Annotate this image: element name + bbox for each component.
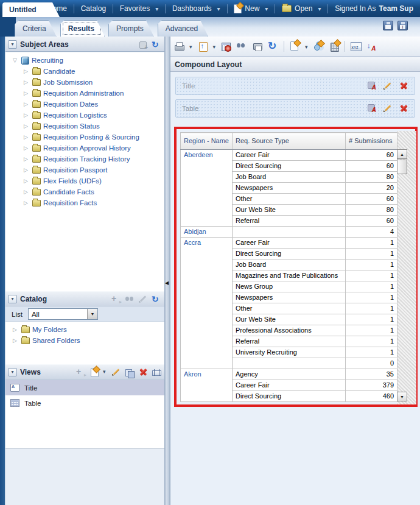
scroll-down-icon[interactable]	[397, 392, 407, 401]
format-container-icon[interactable]	[367, 81, 377, 91]
dropdown-arrow-icon[interactable]	[87, 309, 97, 319]
expand-icon[interactable]	[24, 178, 30, 184]
import-formatting-icon[interactable]	[366, 41, 377, 52]
subject-area-folder-requisition-posting-sourcing[interactable]: Requisition Posting & Sourcing	[5, 132, 165, 143]
catalog-folder-my-folders[interactable]: My Folders	[5, 324, 165, 335]
signed-in-user[interactable]: Team Sup	[379, 4, 413, 13]
new-view-dropdown-icon[interactable]	[103, 367, 108, 377]
expand-icon[interactable]	[13, 337, 19, 344]
add-subject-area-icon[interactable]	[138, 40, 148, 49]
column-header-region-name[interactable]: Region - Name	[181, 133, 233, 150]
tab-prompts[interactable]: Prompts	[108, 20, 154, 37]
format-container-icon[interactable]	[367, 104, 377, 113]
nav-open-menu[interactable]: Open	[275, 4, 327, 13]
print-icon[interactable]	[173, 41, 184, 52]
table-view-bar[interactable]: Table	[175, 99, 415, 118]
expand-icon[interactable]	[24, 101, 30, 107]
sidebar-splitter[interactable]	[164, 37, 170, 505]
window-title-tab[interactable]: Untitled	[2, 2, 60, 17]
remove-view-icon[interactable]	[399, 104, 408, 113]
new-calculated-item-icon[interactable]	[329, 41, 340, 52]
catalog-folder-shared-folders[interactable]: Shared Folders	[5, 335, 165, 346]
rename-view-icon[interactable]	[152, 367, 161, 377]
remove-view-icon[interactable]	[138, 367, 148, 377]
subject-area-folder-requisition-approval-history[interactable]: Requisition Approval History	[5, 143, 165, 154]
expand-icon[interactable]	[24, 156, 30, 162]
subject-area-folder-requisition-passport[interactable]: Requisition Passport	[5, 164, 165, 175]
subject-area-root-recruiting[interactable]: Recruiting	[5, 55, 165, 66]
region-cell-accra[interactable]: Accra	[181, 238, 233, 369]
tab-advanced[interactable]: Advanced	[158, 20, 208, 37]
show-how-results-icon[interactable]	[236, 41, 247, 52]
expand-icon[interactable]	[24, 134, 30, 140]
nav-favorites-menu[interactable]: Favorites	[113, 4, 165, 13]
collapse-sidebar-icon[interactable]	[165, 279, 170, 288]
expand-icon[interactable]	[24, 68, 30, 74]
remove-view-icon[interactable]	[399, 81, 408, 91]
expand-icon[interactable]	[24, 167, 30, 173]
tab-results[interactable]: Results	[60, 20, 105, 37]
expand-icon[interactable]	[24, 123, 30, 129]
subject-area-folder-requisition-dates[interactable]: Requisition Dates	[5, 99, 165, 110]
expand-icon[interactable]	[24, 79, 30, 85]
refresh-catalog-icon[interactable]	[152, 294, 161, 304]
export-icon[interactable]	[197, 41, 208, 52]
subject-area-folder-requisition-facts[interactable]: Requisition Facts	[5, 197, 165, 208]
new-view-toolbar-dropdown-icon[interactable]	[305, 43, 308, 50]
expand-icon[interactable]	[24, 145, 30, 151]
refresh-results-icon[interactable]	[268, 41, 279, 52]
export-dropdown-icon[interactable]	[213, 43, 216, 50]
table-vertical-scrollbar[interactable]	[397, 149, 407, 401]
new-group-icon[interactable]	[313, 41, 324, 52]
edit-view-icon[interactable]	[111, 367, 121, 377]
views-list-item-table[interactable]: Table	[5, 395, 165, 411]
new-view-toolbar-icon[interactable]	[289, 41, 300, 52]
subject-area-folder-job-submission[interactable]: Job Submission	[5, 77, 165, 88]
column-header-req-source-type[interactable]: Req. Source Type	[233, 133, 346, 150]
subject-area-folder-requisition-logistics[interactable]: Requisition Logistics	[5, 110, 165, 121]
expand-icon[interactable]	[24, 189, 30, 195]
collapse-panel-icon[interactable]	[8, 368, 17, 376]
scroll-up-icon[interactable]	[397, 149, 407, 159]
save-as-icon[interactable]	[397, 21, 408, 30]
refresh-subject-areas-icon[interactable]	[152, 40, 161, 49]
subject-area-folder-requisition-status[interactable]: Requisition Status	[5, 121, 165, 132]
region-cell-akron[interactable]: Akron	[181, 369, 233, 402]
edit-view-icon[interactable]	[383, 81, 393, 91]
tab-criteria[interactable]: Criteria	[15, 20, 57, 37]
expand-icon[interactable]	[13, 327, 19, 333]
show-column-names-icon[interactable]	[350, 41, 361, 52]
collapse-panel-icon[interactable]	[8, 295, 17, 303]
duplicate-view-icon[interactable]	[125, 367, 135, 377]
print-dropdown-icon[interactable]	[189, 43, 192, 50]
subject-area-folder-requisition-administration[interactable]: Requisition Administration	[5, 88, 165, 99]
subject-area-folder-candidate[interactable]: Candidate	[5, 66, 165, 77]
new-view-icon[interactable]	[89, 367, 99, 377]
add-catalog-item-icon[interactable]	[111, 294, 121, 304]
catalog-list-dropdown[interactable]: All	[28, 308, 98, 320]
subject-area-folder-candidate-facts[interactable]: Candidate Facts	[5, 186, 165, 197]
nav-new-menu[interactable]: New	[227, 4, 275, 13]
nav-dashboards-menu[interactable]: Dashboards	[166, 4, 227, 13]
region-cell-aberdeen[interactable]: Aberdeen	[181, 150, 233, 227]
subject-area-folder-requisition-tracking-history[interactable]: Requisition Tracking History	[5, 154, 165, 164]
nav-catalog[interactable]: Catalog	[74, 4, 113, 13]
collapse-panel-icon[interactable]	[8, 40, 17, 49]
column-header-submissions[interactable]: # Submissions	[346, 133, 397, 150]
expand-icon[interactable]	[24, 112, 30, 118]
views-list-item-title[interactable]: Title	[5, 380, 165, 395]
subject-area-folder-flex-fields-udfs[interactable]: Flex Fields (UDFs)	[5, 175, 165, 186]
expand-icon[interactable]	[24, 200, 30, 206]
search-catalog-icon[interactable]	[125, 294, 135, 304]
save-icon[interactable]	[383, 21, 393, 30]
expand-icon[interactable]	[24, 90, 30, 96]
schedule-icon[interactable]	[220, 41, 231, 52]
title-view-bar[interactable]: Title	[175, 77, 415, 95]
collapse-node-icon[interactable]	[13, 57, 19, 63]
print-options-icon[interactable]	[252, 41, 263, 52]
scrollbar-thumb[interactable]	[397, 160, 407, 174]
edit-catalog-icon[interactable]	[138, 294, 148, 304]
edit-view-icon[interactable]	[383, 104, 393, 113]
region-cell-abidjan[interactable]: Abidjan	[181, 227, 233, 238]
source-type-cell: Job Board	[233, 260, 346, 270]
